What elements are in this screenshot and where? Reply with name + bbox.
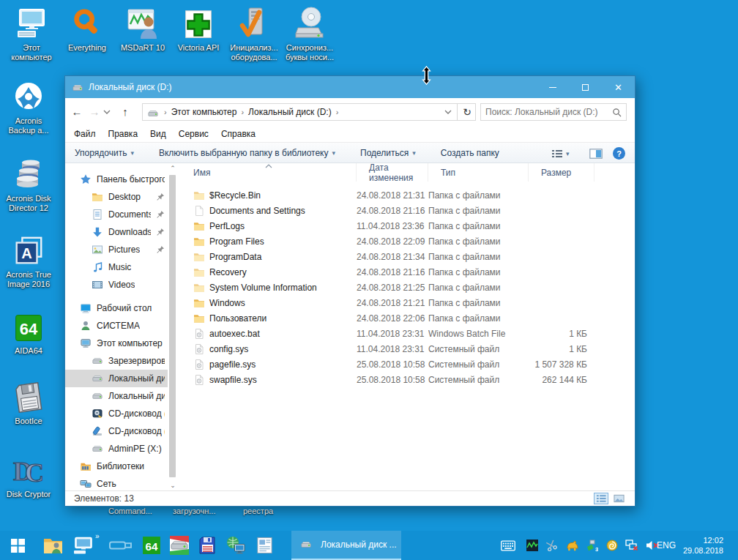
menu-Файл[interactable]: Файл bbox=[74, 129, 96, 139]
tray-hw-monitor-icon[interactable] bbox=[525, 539, 540, 552]
scroll-down-icon[interactable]: ⌄ bbox=[168, 480, 178, 490]
recent-locations-chevron-icon[interactable] bbox=[103, 110, 116, 114]
nav-item-Этот компьютер[interactable]: Этот компьютер bbox=[65, 335, 168, 352]
desktop-icon-acronis-backup[interactable]: AcronisBackup a... bbox=[1, 78, 56, 135]
desktop-icon-disk-cryptor[interactable]: DCDisk Cryptor bbox=[1, 451, 56, 499]
taskbar-image-viewer-icon[interactable] bbox=[250, 531, 278, 560]
nav-item-Локальный ди[interactable]: Локальный ди bbox=[65, 370, 168, 387]
desktop-icon-aida64[interactable]: 64AIDA64 bbox=[1, 307, 56, 356]
taskbar-usb-stick-icon[interactable] bbox=[107, 531, 135, 560]
nav-item-AdminPE (X:)[interactable]: AdminPE (X:) bbox=[65, 440, 168, 458]
minimize-button[interactable] bbox=[536, 76, 569, 98]
breadcrumb-item[interactable]: Этот компьютер bbox=[169, 107, 239, 117]
column-header-Размер[interactable]: Размер bbox=[529, 163, 594, 182]
file-row[interactable]: System Volume Information24.08.2018 21:2… bbox=[181, 280, 635, 295]
file-row[interactable]: ProgramData24.08.2018 21:34Папка с файла… bbox=[181, 249, 635, 264]
taskbar-computer-small-icon[interactable] bbox=[69, 531, 98, 560]
back-button[interactable]: ← bbox=[68, 105, 86, 118]
command-Включить выбранную папку в библиотеку[interactable]: Включить выбранную папку в библиотеку▾ bbox=[159, 148, 335, 158]
address-dropdown-chevron-icon[interactable] bbox=[441, 110, 455, 114]
taskbar-window-button[interactable]: Локальный диск ... bbox=[291, 531, 401, 560]
tray-gold-snail-icon[interactable] bbox=[605, 539, 619, 552]
desktop-icon-msdart-10[interactable]: MSDaRT 10 bbox=[116, 4, 170, 53]
nav-item-Documents[interactable]: Documents bbox=[65, 206, 168, 223]
desktop-icon-everything[interactable]: Everything bbox=[60, 4, 114, 53]
tray-yellow-dog-icon[interactable] bbox=[564, 539, 579, 552]
nav-item-Локальный ди[interactable]: Локальный ди bbox=[65, 387, 168, 405]
file-row[interactable]: PerfLogs11.04.2018 23:36Папка с файлами bbox=[181, 218, 635, 234]
menu-Сервис[interactable]: Сервис bbox=[179, 129, 209, 139]
nav-item-CD-дисковод ([interactable]: CD-дисковод ( bbox=[65, 405, 168, 422]
tray-keyboard-icon[interactable] bbox=[501, 539, 515, 552]
taskbar-user-folder-icon[interactable] bbox=[38, 531, 67, 560]
menu-Вид[interactable]: Вид bbox=[150, 129, 166, 139]
help-button[interactable]: ? bbox=[613, 143, 625, 164]
nav-scrollbar[interactable]: ⌃ ⌄ bbox=[168, 163, 178, 490]
nav-item-Библиотеки[interactable]: Библиотеки bbox=[65, 458, 168, 475]
nav-item-CD-дисковод ([interactable]: CD-дисковод ( bbox=[65, 422, 168, 440]
column-header-Имя[interactable]: Имя bbox=[181, 163, 357, 182]
file-row[interactable]: $Recycle.Bin24.08.2018 21:31Папка с файл… bbox=[181, 187, 635, 203]
file-row[interactable]: Пользователи24.08.2018 22:06Папка с файл… bbox=[181, 310, 635, 326]
up-button[interactable]: ↑ bbox=[116, 105, 134, 118]
refresh-button[interactable]: ↻ bbox=[459, 106, 475, 118]
start-button[interactable] bbox=[0, 531, 35, 560]
desktop-icon-this-computer[interactable]: Этоткомпьютер bbox=[4, 4, 59, 62]
desktop-icon-acronis-true-image[interactable]: AAcronis TrueImage 2016 bbox=[1, 231, 56, 289]
scrollbar-thumb[interactable] bbox=[169, 175, 176, 477]
menu-Справка[interactable]: Справка bbox=[221, 129, 256, 139]
window-titlebar[interactable]: Локальный диск (D:) ✕ bbox=[65, 76, 635, 98]
nav-item-Зарезервиров[interactable]: Зарезервиров bbox=[65, 352, 168, 370]
desktop-icon-init-hardware[interactable]: Инициализ...оборудова... bbox=[227, 4, 281, 62]
forward-button[interactable]: → bbox=[86, 105, 103, 118]
nav-item-Сеть[interactable]: Сеть bbox=[65, 475, 168, 490]
menu-Правка[interactable]: Правка bbox=[108, 129, 138, 139]
taskbar-green-64-icon[interactable]: 64 bbox=[138, 531, 165, 560]
column-header-Дата изменения[interactable]: Дата изменения bbox=[357, 163, 428, 182]
nav-item-Videos[interactable]: Videos bbox=[65, 276, 168, 294]
toolbar-overflow-chevron[interactable]: » bbox=[95, 532, 100, 540]
address-bar[interactable]: › Этот компьютер›Локальный диск (D:)› ↻ bbox=[142, 103, 476, 121]
views-button[interactable]: ▾ bbox=[551, 143, 570, 164]
scroll-up-icon[interactable]: ⌃ bbox=[168, 163, 178, 173]
tray-network-disconnected-icon[interactable] bbox=[625, 539, 639, 552]
tray-scissors-icon[interactable] bbox=[545, 539, 559, 552]
large-icons-view-button[interactable] bbox=[611, 493, 626, 504]
nav-item-Pictures[interactable]: Pictures bbox=[65, 241, 168, 258]
taskbar-victoria-disk-icon[interactable] bbox=[165, 531, 193, 560]
nav-item-Desktop[interactable]: Desktop bbox=[65, 188, 168, 206]
taskbar-floppy-save-icon[interactable] bbox=[193, 531, 221, 560]
preview-pane-button[interactable] bbox=[589, 143, 603, 164]
command-Упорядочить[interactable]: Упорядочить▾ bbox=[75, 148, 134, 158]
nav-item-СИСТЕМА[interactable]: СИСТЕМА bbox=[65, 317, 168, 335]
maximize-button[interactable] bbox=[569, 76, 602, 98]
file-row[interactable]: pagefile.sys25.08.2018 10:58Системный фа… bbox=[181, 356, 635, 372]
search-icon bbox=[612, 108, 622, 117]
nav-item-Downloads[interactable]: Downloads bbox=[65, 223, 168, 241]
search-box[interactable]: Поиск: Локальный диск (D:) bbox=[480, 103, 627, 121]
desktop-icon-sync-drive-letters[interactable]: Синхрониз...буквы носи... bbox=[283, 4, 337, 62]
file-row[interactable]: autoexec.bat11.04.2018 23:31Windows Batc… bbox=[181, 326, 635, 341]
desktop-icon-victoria-api[interactable]: Victoria API bbox=[171, 4, 225, 53]
details-view-button[interactable] bbox=[594, 493, 608, 504]
file-row[interactable]: swapfile.sys25.08.2018 10:58Системный фа… bbox=[181, 372, 635, 387]
nav-item-Панель быстрого[interactable]: Панель быстрого bbox=[65, 171, 168, 188]
file-row[interactable]: Program Files24.08.2018 22:09Папка с фай… bbox=[181, 234, 635, 249]
file-row[interactable]: Documents and Settings24.08.2018 21:16Па… bbox=[181, 203, 635, 218]
file-row[interactable]: Recovery24.08.2018 21:16Папка с файлами bbox=[181, 264, 635, 280]
taskbar-network-globe-icon[interactable] bbox=[221, 531, 249, 560]
file-row[interactable]: Windows24.08.2018 21:21Папка с файлами bbox=[181, 295, 635, 310]
desktop-icon-bootice[interactable]: BootIce bbox=[1, 378, 56, 426]
command-Поделиться[interactable]: Поделиться▾ bbox=[360, 148, 416, 158]
tray-usb-eject-icon[interactable]: 3 bbox=[584, 539, 599, 552]
close-button[interactable]: ✕ bbox=[602, 76, 635, 98]
breadcrumb-item[interactable]: Локальный диск (D:) bbox=[246, 107, 334, 117]
language-indicator[interactable]: ENG bbox=[657, 531, 676, 560]
file-row[interactable]: config.sys11.04.2018 23:31Системный файл… bbox=[181, 341, 635, 356]
nav-item-Рабочий стол[interactable]: Рабочий стол bbox=[65, 299, 168, 317]
desktop-icon-acronis-disk-director[interactable]: Acronis DiskDirector 12 bbox=[1, 155, 56, 213]
command-Создать папку[interactable]: Создать папку bbox=[441, 148, 499, 158]
column-header-Тип[interactable]: Тип bbox=[428, 163, 529, 182]
nav-item-Music[interactable]: Music bbox=[65, 258, 168, 276]
taskbar-clock[interactable]: 12:02 29.08.2018 bbox=[683, 535, 723, 556]
